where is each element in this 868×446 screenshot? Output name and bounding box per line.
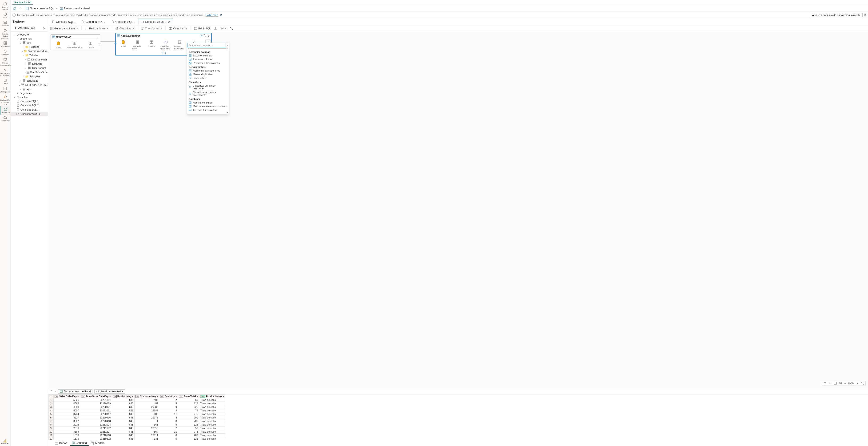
- cell[interactable]: Trava de cabo: [199, 398, 225, 402]
- cmd-merge-queries[interactable]: Mesclar consultas: [187, 101, 229, 104]
- cell[interactable]: 9: [159, 405, 178, 409]
- rail-learn[interactable]: Learn: [0, 77, 10, 86]
- cell[interactable]: 480: [134, 398, 159, 402]
- cmd-sort-asc[interactable]: Classificar em ordem crescente: [187, 84, 229, 90]
- zoom-in[interactable]: ＋: [856, 382, 859, 385]
- cell[interactable]: Trava de cabo: [199, 402, 225, 405]
- add-warehouse-button[interactable]: ＋Warehouses: [12, 26, 37, 30]
- cell[interactable]: 564: [134, 430, 159, 434]
- scroll-left[interactable]: ◂: [188, 47, 189, 50]
- editor-tab[interactable]: Consulta SQL 3: [109, 19, 138, 25]
- editor-tab-active[interactable]: Consulta visual 1 ✕: [138, 19, 173, 25]
- rail-create[interactable]: Criar: [0, 11, 10, 20]
- tree-sprocs[interactable]: ›📁StoredProcedures: [10, 49, 48, 53]
- tree-security[interactable]: ›Segurança: [10, 91, 48, 95]
- tree-infoschema[interactable]: ›INFORMATION_SCHEMA: [10, 83, 48, 87]
- diagram-step[interactable]: Tabela: [146, 39, 157, 47]
- table-row[interactable]: 2468520220819843525125Trava de cabo: [49, 402, 225, 405]
- cell[interactable]: Trava de cabo: [199, 416, 225, 419]
- settings-button[interactable]: [220, 27, 226, 30]
- rail-gtl[interactable]: Dados GTL e Desenv de IA: [0, 94, 10, 106]
- power-bi-indicator[interactable]: Power BI: [1, 437, 9, 446]
- cell[interactable]: 3917: [54, 416, 80, 419]
- cmd-keep-duplicates[interactable]: Manter duplicatas: [187, 72, 229, 76]
- rail-workspaces[interactable]: Workspaces: [0, 86, 10, 94]
- cmd-keep-top-rows[interactable]: Manter linhas superiores: [187, 69, 229, 72]
- diagram-step[interactable]: Fonte: [53, 41, 64, 49]
- zoom-pan[interactable]: [828, 382, 832, 385]
- cell[interactable]: 5: [159, 402, 178, 405]
- diagram-step[interactable]: DimPr Expandido: [174, 39, 185, 50]
- command-dropdown-toggle[interactable]: ▾: [226, 44, 229, 47]
- cell[interactable]: 2976: [54, 426, 80, 430]
- cell[interactable]: 8: [159, 416, 178, 419]
- cell[interactable]: 275: [178, 430, 199, 434]
- cell[interactable]: 29583: [134, 409, 159, 412]
- cell[interactable]: 131: [134, 437, 159, 440]
- expand-results[interactable]: ⌄: [54, 390, 56, 393]
- cell[interactable]: 4690: [54, 405, 80, 409]
- download-excel-button[interactable]: Baixar arquivo do Excel: [58, 389, 92, 393]
- tree-views[interactable]: ›📁Exibições: [10, 74, 48, 78]
- collapse-icon[interactable]: [204, 34, 206, 37]
- reduce-rows-button[interactable]: Reduzir linhas: [85, 27, 108, 30]
- rail-pipelines[interactable]: Pipelines de implantação: [0, 67, 10, 77]
- table-row[interactable]: 450072022101184329583375Trava de cabo: [49, 409, 225, 412]
- close-tab-button[interactable]: ✕: [168, 20, 170, 24]
- relation-icon[interactable]: [200, 34, 203, 37]
- table-row[interactable]: 11131920210118843299118200Trava de cabo: [49, 434, 225, 437]
- tree-sys[interactable]: ›sys: [10, 87, 48, 91]
- export-button[interactable]: [214, 27, 217, 30]
- cell[interactable]: 225: [178, 405, 199, 409]
- visualize-results-button[interactable]: Visualizar resultados: [94, 389, 125, 393]
- bottom-tab-data[interactable]: Dados: [53, 441, 69, 446]
- cell[interactable]: Trava de cabo: [199, 409, 225, 412]
- cell[interactable]: 20210118: [80, 434, 112, 437]
- table-row[interactable]: 6391720220416843297788200Trava de cabo: [49, 416, 225, 419]
- rail-monitor[interactable]: Hub de Monitoramento: [0, 57, 10, 67]
- cmd-sort-desc[interactable]: Classificar em ordem decrescente: [187, 90, 229, 97]
- tree-query-item[interactable]: Consulta SQL 1: [10, 99, 48, 103]
- cell[interactable]: 843: [112, 402, 134, 405]
- fullscreen-button[interactable]: [230, 27, 233, 30]
- cell[interactable]: 20220819: [80, 402, 112, 405]
- tree-table-item[interactable]: ›FactSalesOrder: [10, 70, 48, 74]
- tree-table-item[interactable]: ›DimProduct: [10, 66, 48, 70]
- table-row[interactable]: 3469020220821843295809225Trava de cabo: [49, 405, 225, 409]
- cmd-merge-as-new[interactable]: Mesclar consultas como novas: [187, 104, 229, 108]
- cell[interactable]: 20211024: [80, 423, 112, 426]
- cell[interactable]: 3734: [54, 412, 80, 416]
- cell[interactable]: Trava de cabo: [199, 426, 225, 430]
- output-port[interactable]: [99, 43, 101, 45]
- cell[interactable]: 5: [159, 423, 178, 426]
- tree-dbo[interactable]: ⌄ dbo: [10, 40, 48, 45]
- cmd-remove-columns[interactable]: Remover colunas: [187, 57, 229, 61]
- manage-columns-button[interactable]: Gerenciar colunas: [50, 27, 78, 30]
- cell[interactable]: 29911: [134, 434, 159, 437]
- cmd-filter-rows[interactable]: Filtrar linhas: [187, 76, 229, 80]
- diagram-step[interactable]: Banco de dados: [67, 41, 82, 49]
- column-header[interactable]: 1²₃ SalesOrderDateKey▾: [80, 395, 112, 398]
- cell[interactable]: 11: [159, 412, 178, 416]
- bottom-tab-model[interactable]: Modelo: [89, 441, 106, 446]
- cell[interactable]: Trava de cabo: [199, 434, 225, 437]
- cell[interactable]: 843: [112, 412, 134, 416]
- zoom-out[interactable]: −: [844, 382, 846, 385]
- cell[interactable]: Trava de cabo: [199, 437, 225, 440]
- table-row[interactable]: 739222022041884318200Trava de cabo: [49, 419, 225, 423]
- rail-warehouse-2[interactable]: DP000DW: [0, 115, 10, 123]
- cell[interactable]: 3: [159, 409, 178, 412]
- command-search-input[interactable]: [187, 43, 226, 47]
- cell[interactable]: 20220418: [80, 419, 112, 423]
- collapse-results[interactable]: ⌃: [50, 390, 52, 393]
- cell[interactable]: 5007: [54, 409, 80, 412]
- cell[interactable]: 11: [159, 430, 178, 434]
- tree-query-item[interactable]: Consulta SQL 2: [10, 103, 48, 107]
- discard-button[interactable]: [19, 6, 23, 10]
- cell[interactable]: 52: [134, 402, 159, 405]
- cell[interactable]: 29778: [134, 416, 159, 419]
- cell[interactable]: 29580: [134, 405, 159, 409]
- cell[interactable]: 275: [178, 412, 199, 416]
- rail-metrics[interactable]: Métricas: [0, 49, 10, 57]
- column-header[interactable]: 1²₃ CustomerKey▾: [134, 395, 159, 398]
